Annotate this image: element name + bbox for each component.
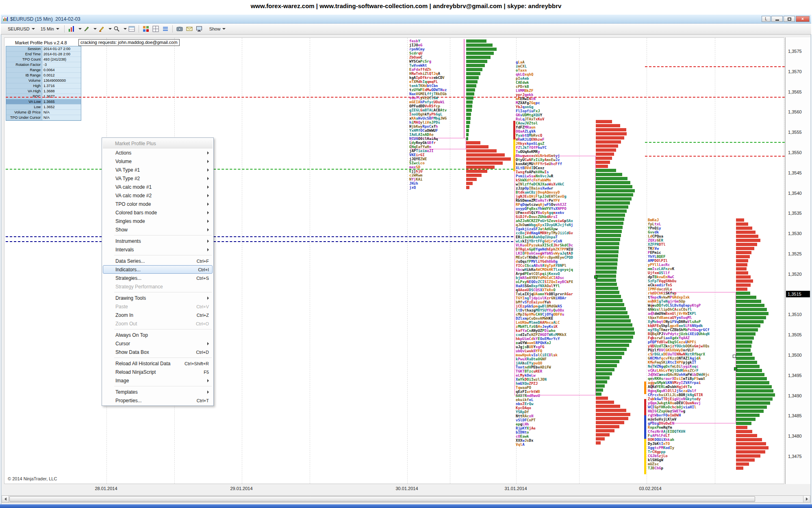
vertical-gridline — [407, 38, 408, 484]
tpo-letters: yPh — [429, 112, 436, 116]
data-panel-button[interactable] — [127, 25, 137, 33]
singles-strip — [644, 439, 646, 474]
volume-bar — [466, 92, 474, 96]
scroll-right-arrow[interactable] — [803, 496, 810, 502]
monitor-button[interactable] — [194, 25, 204, 33]
submenu-arrow-icon — [207, 160, 209, 163]
close-button[interactable]: × — [796, 16, 810, 22]
tpo-letters: Xgg — [648, 446, 654, 450]
price-axis-label: 1,3480 — [788, 434, 802, 438]
scroll-left-arrow[interactable] — [2, 496, 9, 502]
highlighter-button[interactable] — [97, 25, 106, 33]
tpo-letters: Vq — [659, 279, 663, 283]
tpo-row: BOKOQUiXhkah — [648, 438, 674, 442]
menu-item-strategy-performance: Strategy Performance — [103, 282, 213, 291]
menu-item-va-calc-mode-1[interactable]: VA calc mode #1 — [103, 183, 213, 191]
tpo-row: LVMMBkZF — [516, 89, 533, 93]
time-axis[interactable]: 28.01.201429.01.201430.01.201431.01.2014… — [4, 485, 784, 493]
interval-dropdown[interactable]: 15 Min — [38, 26, 62, 32]
maximize-button[interactable] — [784, 16, 795, 22]
snapshot-button[interactable] — [175, 25, 185, 33]
tpo-letters: kp — [527, 142, 531, 146]
menu-item-properties[interactable]: Properties...Ctrl+T — [103, 396, 213, 405]
tpo-row: tzUYWFEdMwODWTHuz — [409, 88, 447, 92]
link-window-button[interactable]: L — [762, 16, 771, 22]
volume-bar — [736, 373, 764, 376]
tpo-letters: JR — [516, 142, 520, 146]
show-dropdown[interactable]: Show — [206, 26, 229, 32]
menu-item-volume[interactable]: Volume — [103, 157, 213, 166]
menu-item-zoom-in[interactable]: Zoom InCtrl+Z — [103, 311, 213, 319]
chevron-down-icon[interactable] — [78, 28, 82, 30]
menu-item-strategies[interactable]: Strategies...Ctrl+S — [103, 274, 213, 282]
tpo-letters: MRa — [525, 125, 531, 129]
chart-style-button[interactable] — [67, 25, 76, 33]
tpo-letters: bKwy — [414, 124, 423, 129]
scrollbar-thumb[interactable] — [9, 496, 755, 502]
price-axis-label: 1,3575 — [788, 49, 802, 54]
tile-windows-button[interactable] — [141, 25, 151, 33]
tpo-letters: Edwk — [520, 81, 529, 85]
symbol-dropdown[interactable]: SEURUSD — [5, 26, 38, 32]
chevron-down-icon[interactable] — [93, 28, 97, 30]
tpo-letters: pc — [536, 101, 540, 105]
menu-item-singles-mode[interactable]: Singles mode — [103, 217, 213, 225]
volume-bar — [596, 250, 619, 253]
price-axis-label: 1,3505 — [788, 332, 802, 337]
menu-shortcut: Ctrl+F — [197, 259, 209, 264]
menu-item-cursor[interactable]: Cursor — [103, 339, 213, 348]
menu-item-va-calc-mode-2[interactable]: VA calc mode #2 — [103, 191, 213, 200]
time-axis-label: 03.02.2014 — [639, 486, 661, 491]
menu-item-intervals[interactable]: Intervals — [103, 245, 213, 254]
tpo-letters: edir — [657, 283, 666, 287]
menu-item-image[interactable]: Image — [103, 376, 213, 385]
submenu-arrow-icon — [207, 390, 209, 394]
menu-item-colored-bars-mode[interactable]: Colored bars mode — [103, 208, 213, 217]
menu-item-data-series[interactable]: Data Series...Ctrl+F — [103, 257, 213, 265]
menu-item-va-type-2[interactable]: VA Type #2 — [103, 174, 213, 183]
volume-bar — [736, 353, 752, 356]
window-titlebar[interactable]: $EURUSD (15 Min) 2014-02-03 L × — [1, 15, 811, 24]
tpo-letters: kyx — [520, 142, 527, 146]
tpo-letters: mK — [516, 97, 520, 101]
menu-item-label: Reload NinjaScript — [115, 369, 196, 375]
horizontal-scrollbar[interactable] — [2, 495, 810, 503]
menu-item-tpo-color-mode[interactable]: TPO color mode — [103, 200, 213, 208]
tpo-letters: VZtol — [527, 121, 538, 125]
chevron-down-icon[interactable] — [109, 28, 112, 30]
zoom-button[interactable] — [112, 25, 122, 33]
minimize-button[interactable] — [771, 16, 783, 22]
menu-item-templates[interactable]: Templates — [103, 388, 213, 396]
menu-item-actions[interactable]: Actions — [103, 148, 213, 157]
menu-item-show-data-box[interactable]: Show Data BoxCtrl+D — [103, 348, 213, 356]
price-axis[interactable]: 1,35751,35701,35651,35601,35551,35501,35… — [785, 37, 810, 484]
volume-bar — [596, 356, 622, 359]
tpo-letters: k — [527, 434, 529, 438]
list-button[interactable] — [161, 25, 170, 33]
menu-item-reload-ninjascript[interactable]: Reload NinjaScriptF5 — [103, 368, 213, 376]
menu-item-show[interactable]: Show — [103, 225, 213, 234]
symbol-label: SEURUSD — [8, 26, 30, 31]
menu-item-drawing-tools[interactable]: Drawing Tools — [103, 294, 213, 302]
menu-item-reload-all-historical-data[interactable]: Reload All Historical DataCtrl+Shift+R — [103, 359, 213, 368]
menu-item-always-on-top[interactable]: Always On Top — [103, 331, 213, 339]
menu-item-indicators[interactable]: Indicators...Ctrl+I — [103, 265, 213, 274]
tpo-letters: dh — [418, 80, 423, 84]
databox-row-va-high: VA High1.3688 — [6, 89, 81, 94]
menu-item-va-type-1[interactable]: VA Type #1 — [103, 166, 213, 174]
volume-bar — [596, 136, 624, 140]
tpo-letters: R — [661, 238, 663, 242]
price-axis-label: 1,3535 — [788, 211, 802, 216]
tpo-letters: PcSr — [420, 59, 429, 63]
pencil-button[interactable] — [82, 25, 91, 33]
profile-marker — [733, 355, 736, 358]
value-area-box — [464, 39, 465, 138]
menu-item-instruments[interactable]: Instruments — [103, 237, 213, 245]
data-box[interactable]: Session2014-01-27 2:00End Time2014-01-28… — [6, 46, 81, 121]
grid-button[interactable] — [151, 25, 161, 33]
tpo-letters: aFd — [411, 68, 418, 72]
email-button[interactable] — [185, 25, 194, 33]
tpo-letters: Nax — [409, 92, 416, 96]
chevron-down-icon[interactable] — [124, 28, 127, 30]
tpo-row: ekuikfeL — [516, 398, 533, 402]
